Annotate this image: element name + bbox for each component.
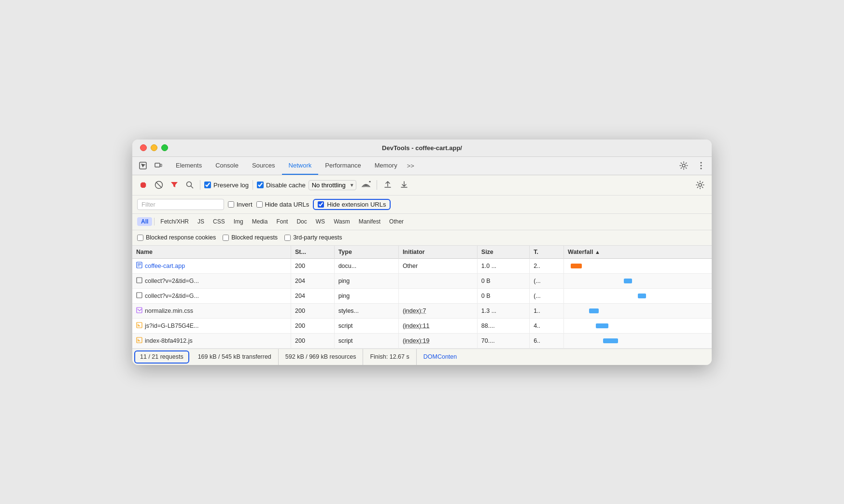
third-party-checkbox[interactable] <box>284 235 291 241</box>
hide-data-urls-label[interactable]: Hide data URLs <box>256 201 309 208</box>
row-type: ping <box>334 273 398 288</box>
type-btn-wasm[interactable]: Wasm <box>330 217 354 226</box>
throttle-select[interactable]: No throttling Fast 3G Slow 3G Offline <box>309 180 356 190</box>
table-row[interactable]: collect?v=2&tid=G... 204 ping 0 B (... <box>132 288 712 303</box>
row-type: ping <box>334 288 398 303</box>
col-header-size[interactable]: Size <box>477 246 529 259</box>
tab-elements[interactable]: Elements <box>169 156 209 175</box>
third-party-requests-label[interactable]: 3rd-party requests <box>284 234 342 241</box>
tab-console[interactable]: Console <box>209 156 245 175</box>
type-btn-css[interactable]: CSS <box>209 217 229 226</box>
type-btn-media[interactable]: Media <box>248 217 272 226</box>
blocked-cookies-checkbox[interactable] <box>137 235 143 241</box>
script-icon-2 <box>136 337 142 345</box>
row-initiator[interactable]: (index):19 <box>398 333 477 348</box>
search-icon[interactable] <box>183 179 196 191</box>
table-row[interactable]: collect?v=2&tid=G... 204 ping 0 B (... <box>132 273 712 288</box>
traffic-lights <box>140 144 168 151</box>
blocked-cookies-label[interactable]: Blocked response cookies <box>137 234 216 241</box>
col-header-type[interactable]: Type <box>334 246 398 259</box>
type-btn-other[interactable]: Other <box>385 217 408 226</box>
more-menu-icon[interactable] <box>694 159 708 172</box>
row-waterfall <box>564 303 712 318</box>
window-title: DevTools - coffee-cart.app/ <box>382 144 462 152</box>
tab-performance[interactable]: Performance <box>318 156 367 175</box>
tab-settings-group <box>677 159 708 172</box>
col-header-status[interactable]: St... <box>291 246 335 259</box>
row-time: 1.. <box>530 303 564 318</box>
row-status: 204 <box>291 273 335 288</box>
network-toolbar: ⏺ Preserve log Disable cache <box>132 175 712 196</box>
svg-point-4 <box>701 162 702 164</box>
row-status: 200 <box>291 258 335 273</box>
status-bar: 11 / 21 requests 169 kB / 545 kB transfe… <box>132 349 712 365</box>
filter-icon[interactable] <box>168 179 181 191</box>
table-row[interactable]: index-8bfa4912.js 200 script (index):19 … <box>132 333 712 348</box>
doc-icon <box>136 262 142 270</box>
row-waterfall <box>564 258 712 273</box>
row-size: 1.3 ... <box>477 303 529 318</box>
tab-sources[interactable]: Sources <box>245 156 282 175</box>
close-button[interactable] <box>140 144 147 151</box>
maximize-button[interactable] <box>161 144 168 151</box>
row-name: js?id=G-LB75G4E... <box>132 318 291 333</box>
row-size: 0 B <box>477 273 529 288</box>
row-size: 88.... <box>477 318 529 333</box>
preserve-log-label[interactable]: Preserve log <box>204 182 249 189</box>
hide-ext-urls-label[interactable]: Hide extension URLs <box>318 201 386 208</box>
invert-checkbox[interactable] <box>228 201 234 208</box>
svg-point-13 <box>699 183 702 186</box>
disable-cache-checkbox[interactable] <box>257 182 264 188</box>
type-btn-fetch-xhr[interactable]: Fetch/XHR <box>156 217 193 226</box>
row-initiator[interactable]: (index):7 <box>398 303 477 318</box>
row-type: docu... <box>334 258 398 273</box>
col-header-time[interactable]: T. <box>530 246 564 259</box>
inspect-icon[interactable] <box>136 159 150 172</box>
upload-icon[interactable] <box>381 178 394 192</box>
col-header-waterfall[interactable]: Waterfall ▲ <box>564 246 712 259</box>
tab-icon-group <box>136 159 165 172</box>
network-throttle-icon[interactable] <box>359 178 373 192</box>
disable-cache-label[interactable]: Disable cache <box>257 182 306 189</box>
table-row[interactable]: normalize.min.css 200 styles... (index):… <box>132 303 712 318</box>
filter-input[interactable] <box>137 199 224 210</box>
blocked-requests-checkbox[interactable] <box>223 235 229 241</box>
table-row[interactable]: js?id=G-LB75G4E... 200 script (index):11… <box>132 318 712 333</box>
network-settings-icon[interactable] <box>693 178 707 192</box>
col-header-name[interactable]: Name <box>132 246 291 259</box>
type-btn-font[interactable]: Font <box>272 217 292 226</box>
row-time: (... <box>530 273 564 288</box>
row-status: 200 <box>291 333 335 348</box>
type-btn-doc[interactable]: Doc <box>293 217 310 226</box>
settings-icon[interactable] <box>677 159 690 172</box>
toolbar-separator-2 <box>253 180 253 190</box>
hide-ext-urls-checkbox[interactable] <box>318 201 324 208</box>
network-table-container: Name St... Type Initiator Size T. Waterf… <box>132 246 712 349</box>
preserve-log-checkbox[interactable] <box>204 182 211 188</box>
type-btn-img[interactable]: Img <box>230 217 247 226</box>
row-initiator[interactable]: (index):11 <box>398 318 477 333</box>
type-btn-manifest[interactable]: Manifest <box>355 217 384 226</box>
table-row[interactable]: coffee-cart.app 200 docu... Other 1.0 ..… <box>132 258 712 273</box>
type-btn-all[interactable]: All <box>137 217 152 226</box>
col-header-initiator[interactable]: Initiator <box>398 246 477 259</box>
download-icon[interactable] <box>397 178 411 192</box>
svg-rect-1 <box>155 163 160 167</box>
tab-memory[interactable]: Memory <box>368 156 404 175</box>
blocked-requests-label[interactable]: Blocked requests <box>223 234 278 241</box>
record-button[interactable]: ⏺ <box>137 179 150 191</box>
hide-data-urls-checkbox[interactable] <box>256 201 263 208</box>
clear-button[interactable] <box>153 179 165 191</box>
row-time: 6.. <box>530 333 564 348</box>
invert-label[interactable]: Invert <box>228 201 253 208</box>
type-btn-ws[interactable]: WS <box>312 217 329 226</box>
svg-rect-22 <box>137 337 142 343</box>
tab-network[interactable]: Network <box>282 156 319 175</box>
minimize-button[interactable] <box>151 144 157 151</box>
row-time: 4.. <box>530 318 564 333</box>
row-initiator <box>398 273 477 288</box>
row-time: (... <box>530 288 564 303</box>
tab-more-button[interactable]: >> <box>404 162 417 169</box>
device-icon[interactable] <box>152 159 165 172</box>
type-btn-js[interactable]: JS <box>194 217 208 226</box>
